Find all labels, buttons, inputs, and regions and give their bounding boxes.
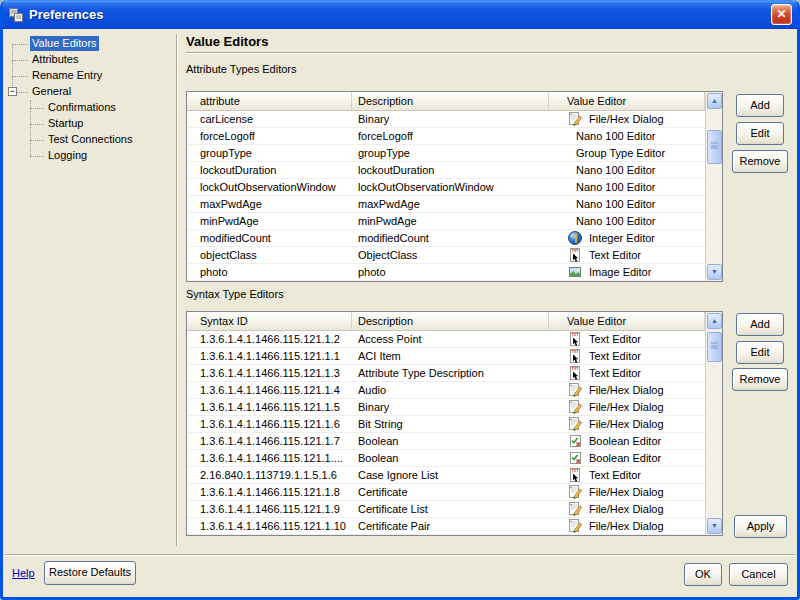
table-row[interactable]: 1.3.6.1.4.1.1466.115.121.1.8CertificateF…	[187, 484, 705, 501]
cell-description: minPwdAge	[352, 213, 549, 229]
text-editor-icon: TXT	[567, 247, 583, 263]
tree-item-value-editors[interactable]: Value Editors	[8, 36, 173, 52]
column-header-description[interactable]: Description	[352, 312, 549, 330]
restore-defaults-button[interactable]: Restore Defaults	[44, 561, 136, 585]
cell-value-editor: File/Hex Dialog	[549, 501, 705, 517]
ok-button[interactable]: OK	[684, 563, 722, 586]
column-header-attribute[interactable]: attribute	[187, 92, 352, 110]
syntax-table-header: Syntax IDDescriptionValue Editor	[187, 312, 705, 331]
tree-item-startup[interactable]: Startup	[8, 116, 173, 132]
cell-description: lockOutObservationWindow	[352, 179, 549, 195]
table-row[interactable]: 1.3.6.1.4.1.1466.115.121.1.6Bit StringFi…	[187, 416, 705, 433]
column-header-description[interactable]: Description	[352, 92, 549, 110]
table-row[interactable]: 1.3.6.1.4.1.1466.115.121.1.3Attribute Ty…	[187, 365, 705, 382]
help-link[interactable]: Help	[12, 567, 35, 579]
scroll-down-icon[interactable]: ▼	[707, 264, 722, 280]
cell-attribute: lockOutObservationWindow	[187, 179, 352, 195]
tree-item-label: Test Connections	[46, 132, 134, 147]
scrollbar-thumb[interactable]	[707, 130, 722, 164]
cell-value-editor: File/Hex Dialog	[549, 518, 705, 534]
heading-separator	[186, 52, 792, 54]
close-icon: ✕	[776, 7, 786, 21]
cell-value-editor: File/Hex Dialog	[549, 484, 705, 500]
text-editor-icon: TXT	[567, 348, 583, 364]
cell-value-editor: TXTText Editor	[549, 331, 705, 347]
cell-description: Access Point	[352, 331, 549, 347]
cell-syntax-id: 1.3.6.1.4.1.1466.115.121.1.7	[187, 433, 352, 449]
table-row[interactable]: 1.3.6.1.4.1.1466.115.121.1....BooleanBoo…	[187, 450, 705, 467]
table-row[interactable]: lockoutDurationlockoutDurationNano 100 E…	[187, 162, 705, 179]
cell-description: Boolean	[352, 433, 549, 449]
table-row[interactable]: 1.3.6.1.4.1.1466.115.121.1.5BinaryFile/H…	[187, 399, 705, 416]
table-row[interactable]: minPwdAgeminPwdAgeNano 100 Editor	[187, 213, 705, 230]
scroll-up-icon[interactable]: ▲	[707, 93, 722, 109]
cell-syntax-id: 1.3.6.1.4.1.1466.115.121.1.10	[187, 518, 352, 534]
cell-value-editor: Nano 100 Editor	[549, 162, 705, 178]
cell-value-editor: Nano 100 Editor	[549, 179, 705, 195]
attribute-add-button[interactable]: Add	[736, 94, 784, 117]
table-row[interactable]: carLicenseBinaryFile/Hex Dialog	[187, 111, 705, 128]
scroll-up-icon[interactable]: ▲	[707, 313, 722, 329]
footer-separator	[5, 554, 795, 556]
file-hex-dialog-icon	[567, 416, 583, 432]
value-editor-label: Group Type Editor	[576, 147, 665, 159]
table-row[interactable]: 1.3.6.1.4.1.1466.115.121.1.10Certificate…	[187, 518, 705, 535]
column-header-syntax-id[interactable]: Syntax ID	[187, 312, 352, 330]
column-header-value-editor[interactable]: Value Editor	[549, 92, 705, 110]
syntax-remove-button[interactable]: Remove	[732, 368, 788, 391]
boolean-editor-icon	[567, 433, 583, 449]
dialog-content: Value EditorsAttributesRename Entry−Gene…	[3, 29, 797, 597]
syntax-table-scrollbar[interactable]: ▲ ▼	[705, 312, 722, 535]
cell-value-editor: Boolean Editor	[549, 433, 705, 449]
attribute-remove-button[interactable]: Remove	[732, 150, 788, 173]
cell-attribute: groupType	[187, 145, 352, 161]
value-editor-label: Nano 100 Editor	[576, 130, 656, 142]
column-header-value-editor[interactable]: Value Editor	[549, 312, 705, 330]
value-editor-label: File/Hex Dialog	[589, 401, 664, 413]
cell-syntax-id: 1.3.6.1.4.1.1466.115.121.1.1	[187, 348, 352, 364]
table-row[interactable]: 1.3.6.1.4.1.1466.115.121.1.4AudioFile/He…	[187, 382, 705, 399]
cell-description: Certificate Pair	[352, 518, 549, 534]
cancel-button[interactable]: Cancel	[729, 563, 788, 586]
table-row[interactable]: modifiedCountmodifiedCountInteger Editor	[187, 230, 705, 247]
scrollbar-thumb[interactable]	[707, 332, 722, 362]
table-row[interactable]: 1.3.6.1.4.1.1466.115.121.1.7BooleanBoole…	[187, 433, 705, 450]
table-row[interactable]: 1.3.6.1.4.1.1466.115.121.1.9Certificate …	[187, 501, 705, 518]
tree-item-test-connections[interactable]: Test Connections	[8, 132, 173, 148]
table-row[interactable]: 1.3.6.1.4.1.1466.115.121.1.1ACI ItemTXTT…	[187, 348, 705, 365]
value-editor-label: Nano 100 Editor	[576, 215, 656, 227]
tree-item-rename-entry[interactable]: Rename Entry	[8, 68, 173, 84]
cell-attribute: maxPwdAge	[187, 196, 352, 212]
thumb-grip-icon	[711, 142, 718, 149]
tree-item-confirmations[interactable]: Confirmations	[8, 100, 173, 116]
table-row[interactable]: groupTypegroupTypeGroup Type Editor	[187, 145, 705, 162]
table-row[interactable]: photophotoImage Editor	[187, 264, 705, 281]
table-row[interactable]: forceLogoffforceLogoffNano 100 Editor	[187, 128, 705, 145]
syntax-edit-button[interactable]: Edit	[736, 341, 784, 364]
cell-value-editor: Nano 100 Editor	[549, 213, 705, 229]
cell-syntax-id: 1.3.6.1.4.1.1466.115.121.1.6	[187, 416, 352, 432]
table-row[interactable]: 2.16.840.1.113719.1.1.5.1.6Case Ignore L…	[187, 467, 705, 484]
file-hex-dialog-icon	[567, 399, 583, 415]
tree-item-general[interactable]: −General	[8, 84, 173, 100]
text-editor-icon: TXT	[567, 467, 583, 483]
file-hex-dialog-icon	[567, 518, 583, 534]
scroll-down-icon[interactable]: ▼	[707, 518, 722, 534]
tree-item-attributes[interactable]: Attributes	[8, 52, 173, 68]
table-row[interactable]: objectClassObjectClassTXTText Editor	[187, 247, 705, 264]
table-row[interactable]: lockOutObservationWindowlockOutObservati…	[187, 179, 705, 196]
tree-item-logging[interactable]: Logging	[8, 148, 173, 164]
attribute-table-scrollbar[interactable]: ▲ ▼	[705, 92, 722, 281]
tree-main-divider	[176, 34, 178, 546]
value-editor-label: Nano 100 Editor	[576, 198, 656, 210]
file-hex-dialog-icon	[567, 484, 583, 500]
table-row[interactable]: 1.3.6.1.4.1.1466.115.121.1.2Access Point…	[187, 331, 705, 348]
collapse-minus-icon[interactable]: −	[8, 87, 17, 96]
apply-button[interactable]: Apply	[734, 515, 787, 538]
cell-syntax-id: 1.3.6.1.4.1.1466.115.121.1.2	[187, 331, 352, 347]
syntax-add-button[interactable]: Add	[736, 313, 784, 336]
table-row[interactable]: maxPwdAgemaxPwdAgeNano 100 Editor	[187, 196, 705, 213]
cell-value-editor: TXTText Editor	[549, 365, 705, 381]
attribute-edit-button[interactable]: Edit	[736, 122, 784, 145]
close-button[interactable]: ✕	[771, 4, 792, 25]
